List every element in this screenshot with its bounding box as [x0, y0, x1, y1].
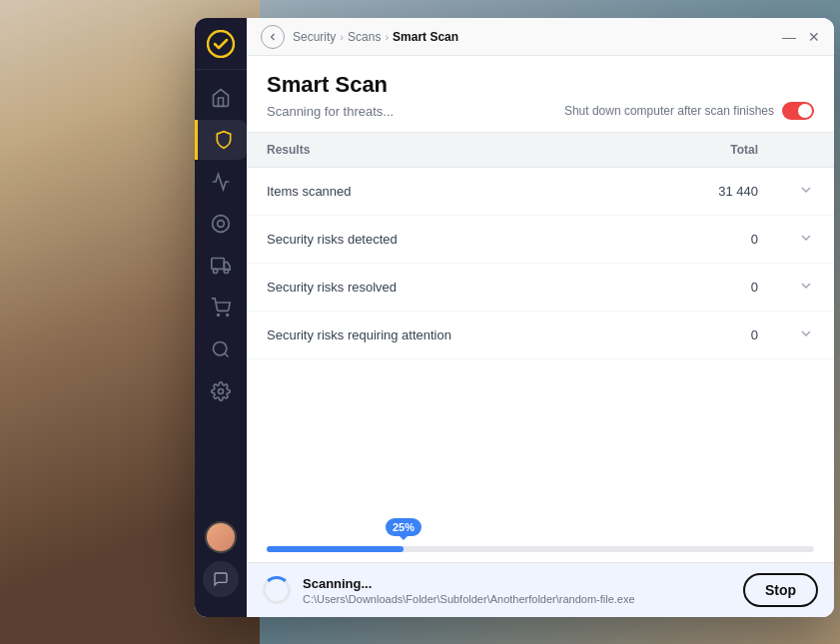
svg-point-0: [208, 31, 234, 57]
page-subtitle-row: Scanning for threats... Shut down comput…: [267, 102, 814, 120]
sidebar-item-vpn[interactable]: [201, 204, 241, 244]
logo-icon: [207, 30, 235, 58]
shutdown-label: Shut down computer after scan finishes: [564, 104, 774, 118]
close-button[interactable]: ✕: [808, 30, 820, 44]
row-chevron-3[interactable]: [778, 312, 834, 359]
sidebar-item-home[interactable]: [201, 78, 241, 118]
progress-area: 25%: [247, 526, 834, 562]
sidebar-item-security[interactable]: [195, 120, 247, 160]
shutdown-toggle[interactable]: [782, 102, 814, 120]
svg-point-4: [214, 269, 218, 273]
svg-point-7: [227, 315, 229, 317]
col-chevron: [778, 133, 834, 168]
sidebar-item-settings[interactable]: [201, 371, 241, 411]
breadcrumb-current: Smart Scan: [393, 30, 458, 44]
breadcrumb-sep-2: ›: [385, 31, 389, 43]
scanning-path: C:\Users\Downloads\Folder\Subfolder\Anot…: [303, 593, 682, 605]
breadcrumb-security[interactable]: Security: [293, 30, 336, 44]
table-row[interactable]: Items scanned 31 440: [247, 168, 834, 216]
scanning-spinner: [263, 576, 291, 604]
chat-button[interactable]: [203, 561, 239, 597]
stop-button[interactable]: Stop: [743, 573, 818, 607]
scanning-label: Scanning...: [303, 576, 731, 591]
row-chevron-2[interactable]: [778, 264, 834, 312]
results-spacer: [247, 359, 834, 526]
sidebar: [195, 18, 247, 617]
breadcrumb-scans[interactable]: Scans: [348, 30, 381, 44]
row-label-1: Security risks detected: [247, 216, 639, 264]
minimize-button[interactable]: —: [782, 30, 796, 44]
main-content: Security › Scans › Smart Scan — ✕ Smart …: [247, 18, 834, 617]
shutdown-row: Shut down computer after scan finishes: [564, 102, 814, 120]
row-chevron-1[interactable]: [778, 216, 834, 264]
sidebar-bottom: [203, 521, 239, 605]
page-header: Smart Scan Scanning for threats... Shut …: [247, 56, 834, 133]
sidebar-item-activity[interactable]: [201, 162, 241, 202]
title-bar-left: Security › Scans › Smart Scan: [261, 25, 458, 49]
sidebar-nav: [195, 70, 247, 521]
progress-tooltip: 25%: [386, 518, 421, 536]
svg-point-1: [213, 216, 230, 233]
scanning-bar: Scanning... C:\Users\Downloads\Folder\Su…: [247, 562, 834, 617]
table-row[interactable]: Security risks requiring attention 0: [247, 312, 834, 359]
col-total: Total: [639, 133, 778, 168]
svg-point-8: [214, 342, 227, 355]
results-section: Results Total Items scanned 31 440 Secur…: [247, 133, 834, 562]
sidebar-item-search[interactable]: [201, 329, 241, 369]
row-value-0: 31 440: [639, 168, 778, 216]
svg-point-6: [218, 315, 220, 317]
col-results: Results: [247, 133, 639, 168]
sidebar-logo: [195, 18, 247, 70]
svg-line-9: [225, 353, 229, 357]
progress-bar-fill: [267, 546, 404, 552]
page-title: Smart Scan: [267, 72, 814, 98]
row-label-0: Items scanned: [247, 168, 639, 216]
page-subtitle: Scanning for threats...: [267, 104, 394, 119]
scanning-text-group: Scanning... C:\Users\Downloads\Folder\Su…: [303, 576, 731, 605]
svg-point-10: [219, 389, 224, 394]
row-label-3: Security risks requiring attention: [247, 312, 639, 359]
results-table: Results Total Items scanned 31 440 Secur…: [247, 133, 834, 359]
table-row[interactable]: Security risks detected 0: [247, 216, 834, 264]
svg-point-5: [224, 269, 228, 273]
title-bar: Security › Scans › Smart Scan — ✕: [247, 18, 834, 56]
app-window: Security › Scans › Smart Scan — ✕ Smart …: [195, 18, 834, 617]
row-value-1: 0: [639, 216, 778, 264]
table-header-row: Results Total: [247, 133, 834, 168]
sidebar-item-cart[interactable]: [201, 288, 241, 327]
row-value-2: 0: [639, 264, 778, 312]
row-chevron-0[interactable]: [778, 168, 834, 216]
svg-point-2: [218, 221, 225, 228]
title-bar-controls: — ✕: [782, 30, 820, 44]
breadcrumb: Security › Scans › Smart Scan: [293, 30, 458, 44]
back-button[interactable]: [261, 25, 285, 49]
row-value-3: 0: [639, 312, 778, 359]
sidebar-item-truck[interactable]: [201, 246, 241, 286]
progress-wrapper: 25%: [267, 546, 814, 552]
svg-rect-3: [212, 259, 225, 270]
breadcrumb-sep-1: ›: [340, 31, 344, 43]
row-label-2: Security risks resolved: [247, 264, 639, 312]
progress-bar-container: [267, 546, 814, 552]
table-row[interactable]: Security risks resolved 0: [247, 264, 834, 312]
avatar[interactable]: [205, 521, 237, 553]
